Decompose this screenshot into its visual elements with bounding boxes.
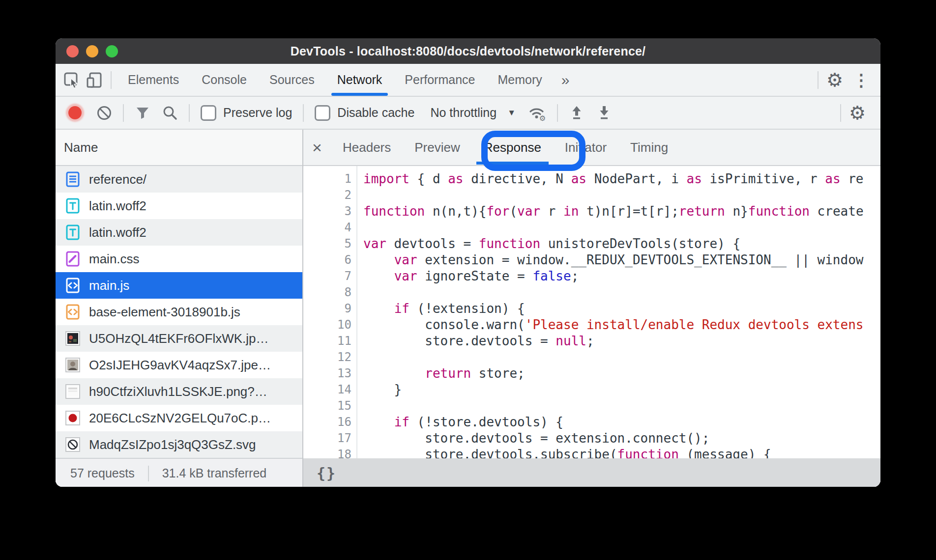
request-row[interactable]: U5OHzQL4tEKFr6OFlxWK.jp… (56, 325, 302, 352)
chevron-down-icon: ▼ (507, 108, 516, 118)
code-line (363, 187, 880, 203)
line-number: 6 (303, 252, 351, 268)
detail-tab-response[interactable]: Response (472, 130, 553, 165)
request-row[interactable]: latin.woff2 (56, 193, 302, 219)
tab-elements[interactable]: Elements (117, 64, 190, 96)
tab-memory[interactable]: Memory (486, 64, 553, 96)
record-network-log-button[interactable] (68, 106, 82, 119)
disable-cache-toggle[interactable]: Disable cache (315, 105, 414, 121)
close-detail-button[interactable]: × (303, 139, 331, 156)
line-number-gutter: 123456789101112131415161718 (303, 166, 357, 458)
image-person-icon (64, 357, 81, 373)
source-status-bar: {} (303, 458, 880, 487)
toggle-device-toolbar-button[interactable] (83, 69, 106, 91)
gear-icon: ⚙ (849, 104, 866, 122)
line-number: 7 (303, 268, 351, 284)
detail-tab-timing[interactable]: Timing (618, 130, 680, 165)
request-row[interactable]: h90CtfziXluvh1LSSKJE.png?… (56, 378, 302, 405)
code-line: return store; (363, 365, 880, 382)
request-row[interactable]: main.css (56, 246, 302, 272)
network-conditions-button[interactable]: ⚙ (527, 104, 547, 122)
detail-tab-initiator[interactable]: Initiator (553, 130, 618, 165)
request-name: base-element-3018901b.js (89, 305, 240, 320)
search-button[interactable] (161, 104, 179, 122)
line-number: 5 (303, 236, 351, 252)
main-tab-bar: ElementsConsoleSourcesNetworkPerformance… (56, 64, 880, 97)
request-name: U5OHzQL4tEKFr6OFlxWK.jp… (89, 331, 269, 346)
throttling-dropdown[interactable]: No throttling ▼ (430, 106, 516, 120)
detail-tab-preview[interactable]: Preview (403, 130, 471, 165)
tab-console[interactable]: Console (190, 64, 258, 96)
name-column-header[interactable]: Name (56, 130, 302, 166)
line-number: 10 (303, 317, 351, 333)
image-dark-icon (64, 330, 81, 347)
network-settings-button[interactable]: ⚙ (846, 102, 869, 124)
request-row[interactable]: MadqZsIZpo1sj3qQ3GsZ.svg (56, 431, 302, 458)
device-toolbar-icon (85, 71, 104, 89)
request-name: latin.woff2 (89, 225, 146, 240)
request-list-pane: Name reference/latin.woff2latin.woff2mai… (56, 130, 303, 487)
tab-performance[interactable]: Performance (393, 64, 486, 96)
clear-network-log-button[interactable] (95, 104, 113, 122)
line-number: 14 (303, 382, 351, 398)
divider (303, 104, 304, 122)
document-icon (64, 171, 81, 188)
customize-devtools-button[interactable]: ⋮ (846, 72, 877, 88)
requests-count: 57 requests (70, 466, 135, 480)
code-line: store.devtools.subscribe(function (messa… (363, 447, 880, 458)
search-icon (161, 104, 179, 122)
code-line: var devtools = function unistoreDevTools… (363, 236, 880, 252)
svg-text:⚙: ⚙ (539, 114, 546, 122)
inspect-cursor-icon (62, 71, 81, 89)
request-name: main.css (89, 252, 140, 267)
request-row[interactable]: base-element-3018901b.js (56, 299, 302, 325)
line-number: 15 (303, 398, 351, 414)
request-row[interactable]: reference/ (56, 166, 302, 193)
tab-sources[interactable]: Sources (258, 64, 326, 96)
line-number: 16 (303, 414, 351, 430)
more-tabs-button[interactable]: » (554, 72, 578, 88)
request-name: h90CtfziXluvh1LSSKJE.png?… (89, 384, 267, 399)
transferred-size: 31.4 kB transferred (162, 466, 267, 480)
request-name: reference/ (89, 172, 146, 187)
request-name: MadqZsIZpo1sj3qQ3GsZ.svg (89, 437, 256, 452)
preserve-log-checkbox[interactable] (201, 105, 216, 121)
tab-network[interactable]: Network (326, 64, 394, 96)
request-row[interactable]: 20E6CLcSzNV2GELQu7oC.p… (56, 405, 302, 431)
divider (818, 71, 819, 89)
pretty-print-button[interactable]: {} (317, 465, 336, 482)
line-number: 18 (303, 447, 351, 458)
response-source-viewer[interactable]: 123456789101112131415161718 import { d a… (303, 166, 880, 458)
export-har-button[interactable] (595, 104, 613, 122)
detail-tab-bar: × HeadersPreviewResponseInitiatorTiming (303, 130, 880, 166)
detail-tabs: HeadersPreviewResponseInitiatorTiming (331, 130, 680, 165)
code-line: if (!store.devtools) { (363, 414, 880, 430)
request-row[interactable]: O2sIJEHG9avKV4aqzSx7.jpe… (56, 352, 302, 378)
request-row[interactable]: main.js (56, 272, 302, 299)
detail-tab-headers[interactable]: Headers (331, 130, 403, 165)
line-number: 1 (303, 171, 351, 187)
divider (123, 104, 124, 122)
request-row[interactable]: latin.woff2 (56, 219, 302, 246)
disable-cache-label: Disable cache (337, 106, 414, 120)
divider (189, 104, 190, 122)
line-number: 17 (303, 430, 351, 447)
code-line (363, 349, 880, 365)
code-line: } (363, 382, 880, 398)
code-line (363, 284, 880, 301)
line-number: 13 (303, 365, 351, 382)
line-number: 9 (303, 301, 351, 317)
request-name: latin.woff2 (89, 198, 146, 214)
title-bar: DevTools - localhost:8080/docs/devtools/… (56, 38, 880, 64)
divider (840, 104, 841, 122)
source-code: import { d as directive, N as NodePart, … (357, 166, 880, 458)
devtools-window: DevTools - localhost:8080/docs/devtools/… (56, 38, 880, 487)
settings-button[interactable]: ⚙ (823, 69, 846, 91)
inspect-element-button[interactable] (60, 69, 83, 91)
preserve-log-toggle[interactable]: Preserve log (201, 105, 292, 121)
disable-cache-checkbox[interactable] (315, 105, 330, 121)
import-har-button[interactable] (568, 104, 585, 122)
request-name: main.js (89, 278, 129, 293)
filter-button[interactable] (134, 104, 151, 122)
divider (111, 71, 112, 89)
